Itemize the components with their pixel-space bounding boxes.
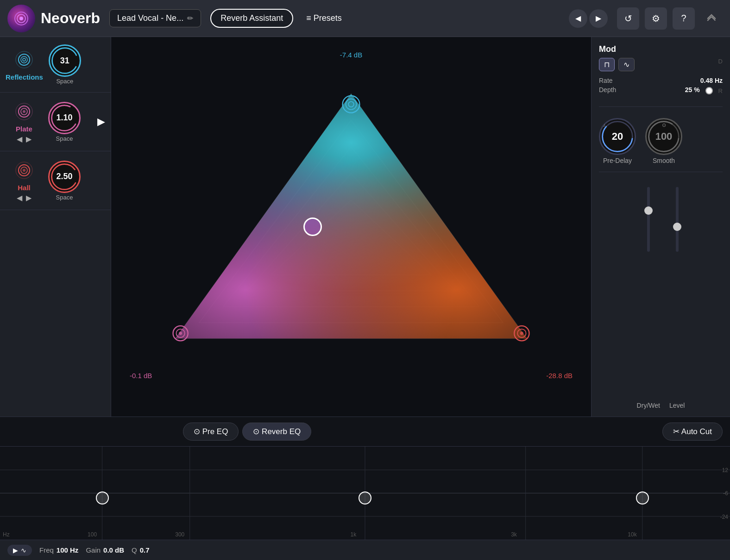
header: Neoverb Lead Vocal - Ne... ✏ Reverb Assi…	[0, 0, 730, 37]
svg-point-11	[23, 110, 25, 113]
svg-point-16	[23, 169, 25, 172]
dry-wet-slider[interactable]	[644, 187, 653, 398]
pre-eq-tab[interactable]: ⊙ Pre EQ	[183, 423, 239, 441]
nav-prev-button[interactable]: ◀	[569, 9, 587, 28]
plate-prev-arrow[interactable]: ◀	[17, 135, 22, 143]
eq-node-3[interactable]	[636, 492, 649, 504]
bottom-left-db-label: -0.1 dB	[130, 372, 152, 380]
smooth-knob[interactable]: ⊙ 100	[645, 118, 682, 155]
hall-arrows: ◀ ▶	[17, 193, 31, 202]
rate-value: 0.48 Hz	[700, 77, 723, 84]
freq-1k: 1k	[350, 531, 356, 538]
plate-svg-icon	[13, 100, 36, 123]
svg-point-3	[19, 54, 30, 65]
svg-marker-26	[175, 93, 527, 339]
eq-node-2[interactable]	[359, 492, 371, 504]
gain-param-value: 0.0 dB	[103, 546, 124, 554]
nav-arrows: ◀ ▶	[569, 9, 608, 28]
hall-label: Hall	[18, 184, 31, 192]
edit-icon: ✏	[187, 14, 193, 23]
dry-wet-thumb[interactable]	[644, 206, 653, 215]
eq-tabs: ⊙ Pre EQ ⊙ Reverb EQ ✂ Auto Cut	[0, 417, 730, 447]
pre-delay-knob[interactable]: ♪ 20	[599, 118, 636, 155]
plate-knob[interactable]: 1.10	[48, 102, 81, 134]
reflections-knob-area: 31 Space	[49, 44, 81, 85]
hall-prev-arrow[interactable]: ◀	[17, 193, 22, 202]
plate-knob-area: 1.10 Space	[48, 102, 81, 142]
plate-space-label: Space	[56, 135, 73, 142]
mod-square-btn[interactable]: ⊓	[599, 58, 615, 71]
undo-button[interactable]: ↺	[617, 7, 639, 30]
eq-wave-icon: ∿	[21, 547, 26, 554]
mod-title: Mod	[599, 44, 723, 54]
smooth-block: ⊙ 100 Smooth	[645, 118, 682, 164]
svg-point-17	[52, 164, 77, 189]
q-param-value: 0.7	[140, 546, 150, 554]
reflections-section: Reflections 31 Space	[0, 37, 111, 93]
hall-next-arrow[interactable]: ▶	[26, 193, 31, 202]
q-param: Q 0.7	[132, 546, 150, 554]
reflections-svg-icon	[13, 48, 36, 71]
preset-name-button[interactable]: Lead Vocal - Ne... ✏	[109, 9, 201, 27]
eq-node-1[interactable]	[96, 492, 109, 504]
hall-svg-icon	[13, 159, 36, 182]
reflections-knob[interactable]: 31	[49, 44, 81, 77]
right-panel: Mod ⊓ ∿ D Rate 0.48 Hz Depth 25 % R	[591, 37, 730, 417]
reverb-eq-tab[interactable]: ⊙ Reverb EQ	[242, 423, 311, 441]
plate-icon-block: Plate ◀ ▶	[6, 100, 43, 143]
nav-next-button[interactable]: ▶	[589, 9, 608, 28]
dry-wet-track	[647, 187, 650, 252]
svg-point-5	[23, 58, 25, 61]
plate-next-arrow[interactable]: ▶	[26, 135, 31, 143]
plate-section: Plate ◀ ▶ 1.10 Space ▶	[0, 93, 111, 151]
dry-wet-slider-block: Dry/Wet	[637, 187, 660, 409]
depth-knob[interactable]	[705, 87, 713, 94]
app-title: Neoverb	[41, 10, 100, 27]
freq-param-value: 100 Hz	[57, 546, 79, 554]
level-thumb[interactable]	[673, 223, 681, 231]
freq-300: 300	[175, 531, 184, 538]
depth-value: 25 %	[685, 86, 700, 93]
plate-play-button[interactable]: ▶	[97, 116, 105, 128]
mod-sine-btn[interactable]: ∿	[618, 58, 635, 71]
freq-hz: Hz	[3, 531, 10, 538]
freq-3k: 3k	[511, 531, 517, 538]
db-label-neg6: -6	[723, 490, 728, 497]
hall-knob[interactable]: 2.50	[48, 161, 81, 193]
q-param-label: Q	[132, 546, 137, 554]
mic-button[interactable]	[700, 7, 723, 30]
pre-delay-block: ♪ 20 Pre-Delay	[599, 118, 636, 164]
hall-section: Hall ◀ ▶ 2.50 Space	[0, 151, 111, 210]
freq-param: Freq 100 Hz	[39, 546, 78, 554]
plate-label: Plate	[16, 125, 32, 133]
eq-play-button[interactable]: ▶ ∿	[7, 545, 32, 556]
bottom-right-db-label: -28.8 dB	[546, 372, 573, 380]
reflections-space-label: Space	[56, 78, 73, 85]
gain-param-label: Gain	[86, 546, 101, 554]
auto-cut-button[interactable]: ✂ Auto Cut	[662, 423, 723, 441]
r-marker: R	[718, 87, 723, 94]
mod-buttons: ⊓ ∿ D	[599, 58, 723, 71]
mod-section: Mod ⊓ ∿ D Rate 0.48 Hz Depth 25 % R	[599, 44, 723, 99]
rate-label: Rate	[599, 77, 613, 84]
level-track	[676, 187, 679, 252]
bottom-panel: ⊙ Pre EQ ⊙ Reverb EQ ✂ Auto Cut 12 -6 -2…	[0, 417, 730, 560]
d-marker: D	[718, 58, 723, 71]
reverb-assistant-button[interactable]: Reverb Assistant	[210, 9, 293, 28]
divider-2	[599, 172, 723, 172]
freq-param-label: Freq	[39, 546, 54, 554]
presets-button[interactable]: ≡ Presets	[299, 10, 349, 27]
depth-row: Depth 25 % R	[599, 86, 723, 95]
mix-point-dot[interactable]	[303, 218, 322, 236]
help-button[interactable]: ?	[673, 7, 695, 30]
rate-param: Rate 0.48 Hz	[599, 77, 723, 84]
level-slider[interactable]	[673, 187, 682, 398]
hall-knob-area: 2.50 Space	[48, 161, 81, 201]
center-visual: -7.4 dB -0.1 dB -28.8 dB	[111, 37, 591, 417]
divider-1	[599, 106, 723, 107]
settings-button[interactable]: ⚙	[645, 7, 667, 30]
pre-delay-label: Pre-Delay	[603, 157, 632, 164]
sliders-row: Dry/Wet Level	[599, 187, 723, 409]
plate-arrows: ◀ ▶	[17, 135, 31, 143]
reflections-label: Reflections	[6, 73, 43, 81]
